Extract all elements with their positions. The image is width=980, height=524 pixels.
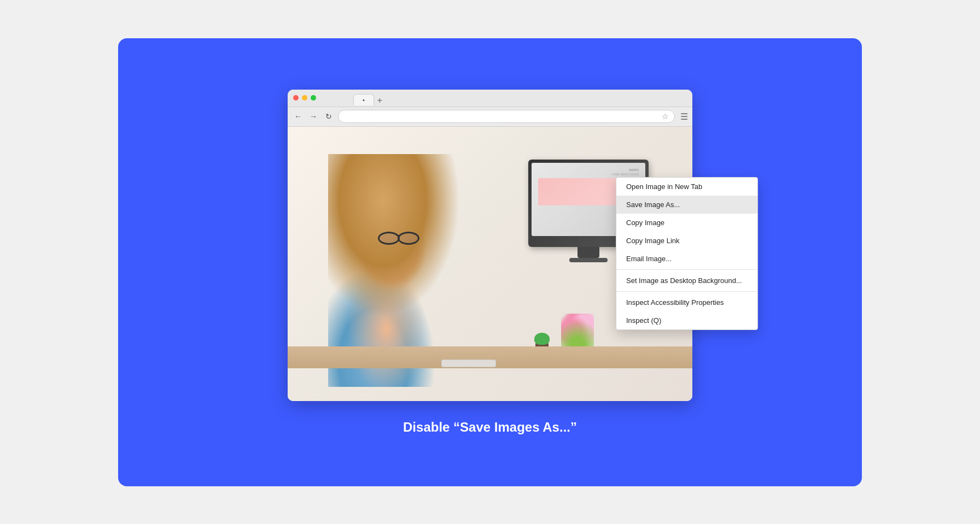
context-menu-item-inspect[interactable]: Inspect (Q) [616, 311, 757, 329]
context-menu-separator-1 [616, 269, 757, 270]
webpage-nav: HOME ABOUT MORE [536, 173, 641, 176]
tab-bar: • + [320, 90, 417, 105]
tab-dot: • [363, 97, 365, 103]
new-tab-button[interactable]: + [375, 96, 384, 105]
address-bar[interactable]: ☆ [338, 110, 675, 123]
refresh-button[interactable]: ↻ [323, 110, 335, 122]
context-menu-item-open-image[interactable]: Open Image in New Tab [616, 178, 757, 196]
glasses-decoration [377, 231, 421, 243]
context-menu-item-desktop-bg[interactable]: Set Image as Desktop Background... [616, 272, 757, 290]
browser-toolbar: ← → ↻ ☆ ☰ [288, 107, 692, 127]
browser-titlebar: • + [288, 90, 692, 107]
context-menu-separator-2 [616, 291, 757, 292]
monitor-stand [578, 247, 599, 258]
glasses-bridge [396, 235, 401, 236]
keyboard-decoration [441, 360, 496, 367]
main-card: • + ← → ↻ ☆ ☰ [118, 38, 862, 486]
bookmark-icon: ☆ [662, 112, 669, 121]
context-menu-item-inspect-accessibility[interactable]: Inspect Accessibility Properties [616, 293, 757, 311]
browser-tab[interactable]: • [353, 94, 374, 105]
context-menu-item-copy-image[interactable]: Copy Image [616, 214, 757, 232]
monitor-base [569, 258, 608, 262]
webpage-brand: WEBS [536, 167, 641, 173]
caption: Disable “Save Images As...” [403, 420, 577, 435]
context-menu-item-copy-link[interactable]: Copy Image Link [616, 232, 757, 250]
browser-wrapper: • + ← → ↻ ☆ ☰ [288, 90, 692, 407]
forward-button[interactable]: → [307, 110, 319, 122]
context-menu: Open Image in New Tab Save Image As... C… [616, 177, 758, 330]
back-button[interactable]: ← [292, 110, 304, 122]
context-menu-item-email[interactable]: Email Image... [616, 250, 757, 268]
context-menu-item-save-image[interactable]: Save Image As... [616, 196, 757, 214]
browser-menu-icon[interactable]: ☰ [680, 111, 688, 122]
